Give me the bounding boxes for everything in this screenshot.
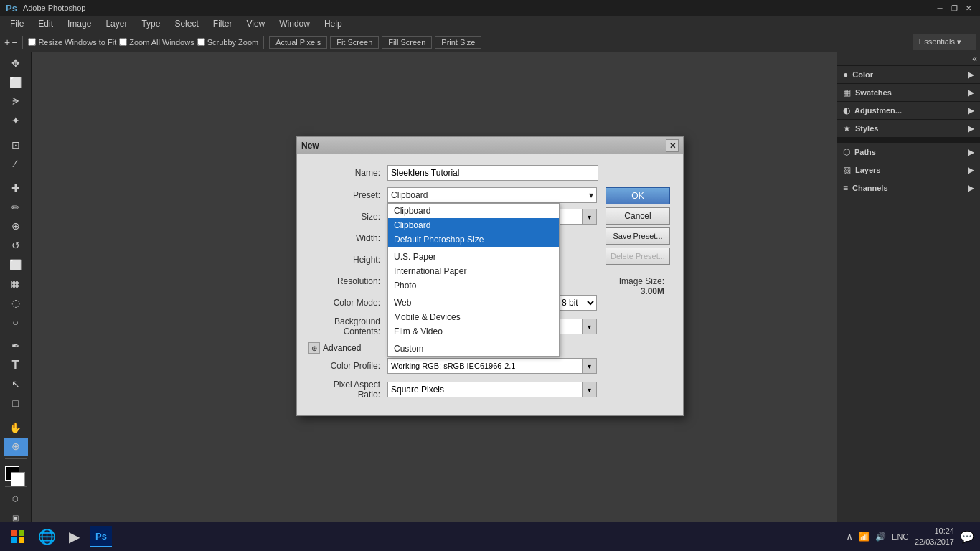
gradient-tool[interactable]: ▦ (4, 275, 28, 293)
layers-panel-arrow: ▶ (968, 165, 974, 175)
channels-panel-title: Channels (852, 184, 888, 192)
dropdown-item-intl-paper[interactable]: International Paper (388, 264, 559, 278)
zoom-out-icon[interactable]: − (11, 37, 17, 48)
background-color[interactable] (11, 472, 25, 486)
background-dropdown-btn[interactable]: ▾ (583, 319, 597, 334)
fill-screen-button[interactable]: Fill Screen (382, 36, 432, 49)
zoom-in-icon[interactable]: + (4, 37, 10, 48)
actual-pixels-button[interactable]: Actual Pixels (269, 36, 327, 49)
preset-field[interactable]: Clipboard ▾ (387, 187, 597, 203)
dropdown-item-us-paper[interactable]: U.S. Paper (388, 250, 559, 264)
tools-panel: ✥ ⬜ ᗒ ✦ ⊡ ∕ ✚ ✏ ⊕ ↺ ⬜ ▦ ◌ ○ ✒ T ↖ □ ✋ ⊕ … (0, 52, 32, 529)
adjustments-panel-header[interactable]: ◐ Adjustmen... ▶ (837, 102, 980, 119)
pixel-aspect-input[interactable] (387, 382, 583, 397)
dropdown-item-mobile[interactable]: Mobile & Devices (388, 310, 559, 324)
eyedropper-tool[interactable]: ∕ (4, 155, 28, 173)
delete-preset-button[interactable]: Delete Preset... (606, 248, 670, 265)
quick-mask-tool[interactable]: ⬡ (4, 490, 28, 508)
color-profile-dropdown-btn[interactable]: ▾ (583, 358, 597, 374)
taskbar-ps-icon[interactable]: Ps (90, 526, 112, 547)
dropdown-item-clipboard1[interactable]: Clipboard (388, 204, 559, 218)
eraser-tool[interactable]: ⬜ (4, 255, 28, 273)
minimize-button[interactable]: ─ (934, 2, 946, 14)
move-tool[interactable]: ✥ (4, 55, 28, 72)
ok-button[interactable]: OK (606, 187, 670, 204)
type-tool[interactable]: T (4, 356, 28, 374)
size-dropdown-btn[interactable]: ▾ (583, 209, 597, 225)
channels-panel-header[interactable]: ≡ Channels ▶ (837, 179, 980, 197)
restore-button[interactable]: ❐ (948, 2, 960, 14)
svg-rect-1 (19, 530, 24, 536)
dropdown-item-custom[interactable]: Custom (388, 342, 559, 356)
crop-tool[interactable]: ⊡ (4, 136, 28, 154)
bit-depth-select[interactable]: 8 bit 16 bit 32 bit (557, 295, 597, 311)
pen-tool[interactable]: ✒ (4, 337, 28, 355)
dropdown-item-photo[interactable]: Photo (388, 278, 559, 293)
path-select-tool[interactable]: ↖ (4, 375, 28, 393)
hand-tool[interactable]: ✋ (4, 418, 28, 436)
essentials-selector[interactable]: Essentials ▾ (913, 34, 976, 50)
menu-window[interactable]: Window (273, 17, 316, 30)
svg-rect-2 (11, 537, 17, 543)
stamp-tool[interactable]: ⊕ (4, 217, 28, 235)
cancel-button[interactable]: Cancel (606, 207, 670, 225)
taskbar-clock: 10:24 22/03/2017 (915, 526, 954, 548)
dodge-tool[interactable]: ○ (4, 313, 28, 331)
layers-panel-header[interactable]: ▨ Layers ▶ (837, 161, 980, 179)
advanced-toggle-icon[interactable]: ⊛ (308, 342, 320, 354)
scrubby-zoom-checkbox[interactable]: Scrubby Zoom (197, 38, 259, 47)
color-panel-header[interactable]: ● Color ▶ (837, 66, 980, 83)
color-profile-wrapper: ▾ (387, 358, 597, 374)
dropdown-item-web[interactable]: Web (388, 296, 559, 310)
main-layout: ✥ ⬜ ᗒ ✦ ⊡ ∕ ✚ ✏ ⊕ ↺ ⬜ ▦ ◌ ○ ✒ T ↖ □ ✋ ⊕ … (0, 52, 980, 529)
menu-filter[interactable]: Filter (207, 17, 238, 30)
spot-heal-tool[interactable]: ✚ (4, 179, 28, 197)
pixel-aspect-label: Pixel Aspect Ratio: (308, 380, 380, 400)
taskbar-notification-center-icon[interactable]: 💬 (960, 530, 974, 544)
styles-panel-arrow: ▶ (968, 123, 974, 133)
zoom-tool[interactable]: ⊕ (4, 438, 28, 456)
start-button[interactable] (6, 524, 30, 549)
brush-tool[interactable]: ✏ (4, 198, 28, 216)
taskbar-chrome-icon[interactable]: 🌐 (36, 526, 57, 547)
pixel-aspect-dropdown-btn[interactable]: ▾ (583, 382, 597, 397)
preset-label: Preset: (308, 190, 380, 200)
menu-view[interactable]: View (240, 17, 270, 30)
menu-select[interactable]: Select (169, 17, 204, 30)
swatches-panel-header[interactable]: ▦ Swatches ▶ (837, 84, 980, 101)
lasso-tool[interactable]: ᗒ (4, 93, 28, 110)
channels-panel-icon: ≡ (843, 183, 848, 193)
color-profile-input[interactable] (387, 358, 583, 374)
dropdown-item-clipboard2[interactable]: Clipboard (388, 218, 559, 232)
menu-edit[interactable]: Edit (32, 17, 59, 30)
right-panel-collapse[interactable]: « (837, 52, 980, 66)
fit-screen-button[interactable]: Fit Screen (330, 36, 379, 49)
select-rect-tool[interactable]: ⬜ (4, 74, 28, 92)
history-brush-tool[interactable]: ↺ (4, 237, 28, 255)
resize-windows-checkbox[interactable]: Resize Windows to Fit (28, 38, 116, 47)
menu-type[interactable]: Type (136, 17, 166, 30)
dropdown-item-film[interactable]: Film & Video (388, 324, 559, 339)
taskbar-language: ENG (892, 532, 909, 541)
name-label: Name: (308, 168, 380, 178)
close-button[interactable]: ✕ (963, 2, 974, 14)
menu-help[interactable]: Help (319, 17, 348, 30)
styles-panel-header[interactable]: ★ Styles ▶ (837, 120, 980, 137)
adjustments-panel-section: ◐ Adjustmen... ▶ (837, 102, 980, 120)
taskbar-vlc-icon[interactable]: ▶ (63, 526, 85, 547)
paths-panel-header[interactable]: ⬡ Paths ▶ (837, 143, 980, 161)
taskbar-left: 🌐 ▶ Ps (6, 524, 112, 549)
name-input[interactable] (387, 165, 598, 181)
blur-tool[interactable]: ◌ (4, 294, 28, 312)
save-preset-button[interactable]: Save Preset... (606, 227, 670, 245)
print-size-button[interactable]: Print Size (435, 36, 481, 49)
menu-layer[interactable]: Layer (100, 17, 133, 30)
dialog-close-button[interactable]: ✕ (666, 139, 679, 152)
menu-image[interactable]: Image (62, 17, 97, 30)
magic-wand-tool[interactable]: ✦ (4, 112, 28, 130)
paths-panel-arrow: ▶ (968, 147, 974, 157)
shape-tool[interactable]: □ (4, 395, 28, 413)
menu-file[interactable]: File (4, 17, 29, 30)
dropdown-item-default-ps[interactable]: Default Photoshop Size (388, 232, 559, 247)
zoom-all-windows-checkbox[interactable]: Zoom All Windows (119, 38, 194, 47)
